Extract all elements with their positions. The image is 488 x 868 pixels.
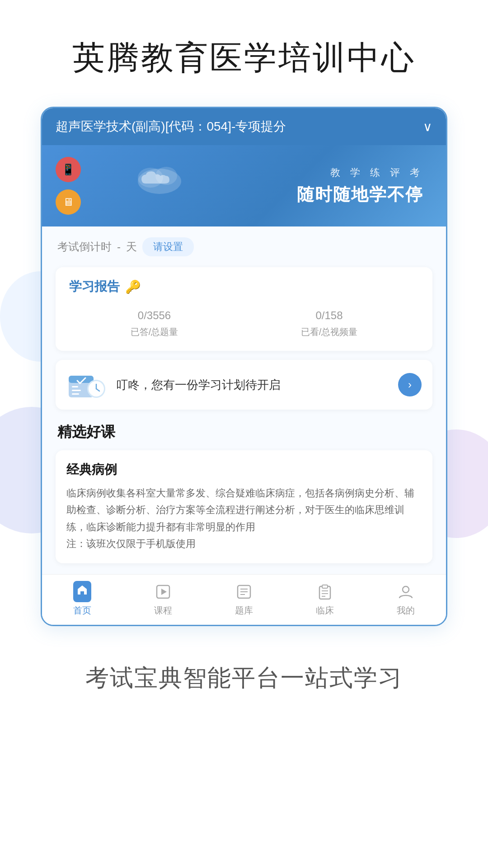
- answered-stat: 0/3556 已答/总题量: [131, 304, 178, 338]
- play-icon: [153, 582, 173, 602]
- key-icon: 🔑: [125, 279, 141, 294]
- banner-title: 随时随地学不停: [297, 183, 423, 206]
- nav-item-clinical[interactable]: 临床: [298, 582, 352, 617]
- course-card[interactable]: 经典病例 临床病例收集各科室大量常多发、综合疑难临床病症，包括各病例病史分析、辅…: [56, 450, 432, 563]
- watched-label: 已看/总视频量: [301, 326, 358, 338]
- report-stats: 0/3556 已答/总题量 0/158 已看/总视频量: [69, 304, 419, 338]
- course-card-title: 经典病例: [66, 461, 422, 478]
- plan-illustration: [66, 369, 107, 401]
- report-title: 学习报告: [69, 278, 120, 295]
- clipboard-icon: [315, 582, 335, 602]
- svg-point-23: [403, 586, 409, 593]
- phone-card: 超声医学技术(副高)[代码：054]-专项提分 ∨ 📱 🖥: [41, 107, 447, 626]
- course-title: 超声医学技术(副高)[代码：054]-专项提分: [56, 118, 418, 135]
- chevron-down-icon[interactable]: ∨: [423, 119, 432, 134]
- course-card-desc: 临床病例收集各科室大量常多发、综合疑难临床病症，包括各病例病史分析、辅助检查、诊…: [66, 485, 422, 552]
- nav-item-mine[interactable]: 我的: [379, 582, 433, 617]
- plan-arrow-button[interactable]: ›: [398, 373, 422, 396]
- banner-icon-monitor: 🖥: [56, 189, 81, 215]
- banner-text: 教 学 练 评 考 随时随地学不停: [297, 166, 423, 206]
- set-countdown-button[interactable]: 请设置: [142, 237, 194, 256]
- plan-card[interactable]: 叮咚，您有一份学习计划待开启 ›: [56, 360, 432, 410]
- answered-label: 已答/总题量: [131, 326, 178, 338]
- bottom-nav: 首页 课程: [42, 574, 446, 625]
- banner: 📱 🖥 教 学 练 评 考 随时随地学不停: [42, 145, 446, 226]
- svg-rect-5: [72, 386, 78, 387]
- svg-rect-7: [72, 393, 79, 395]
- report-header: 学习报告 🔑: [69, 278, 419, 295]
- countdown-row: 考试倒计时 - 天 请设置: [56, 237, 432, 256]
- question-bank-icon: [234, 582, 254, 602]
- main-title: 英腾教育医学培训中心: [72, 36, 416, 80]
- nav-label-mine: 我的: [397, 604, 415, 617]
- answered-count: 0/3556: [131, 304, 178, 323]
- courses-section-title: 精选好课: [56, 422, 432, 442]
- banner-subtitle: 教 学 练 评 考: [297, 166, 423, 179]
- watched-count: 0/158: [301, 304, 358, 323]
- person-icon: [396, 582, 416, 602]
- banner-cloud-icon: [132, 159, 187, 197]
- nav-item-questions[interactable]: 题库: [217, 582, 271, 617]
- header-bar[interactable]: 超声医学技术(副高)[代码：054]-专项提分 ∨: [42, 108, 446, 145]
- countdown-label: 考试倒计时: [57, 240, 112, 254]
- nav-label-courses: 课程: [154, 604, 172, 617]
- nav-label-questions: 题库: [235, 604, 253, 617]
- bottom-subtitle: 考试宝典智能平台一站式学习: [85, 662, 403, 694]
- svg-rect-6: [72, 390, 81, 391]
- content-area: 考试倒计时 - 天 请设置 学习报告 🔑 0/3556 已答/总题量: [42, 226, 446, 574]
- banner-icon-phone: 📱: [56, 157, 81, 182]
- nav-item-courses[interactable]: 课程: [136, 582, 190, 617]
- report-card: 学习报告 🔑 0/3556 已答/总题量 0/158 已看/总视频量: [56, 267, 432, 351]
- countdown-unit: 天: [126, 240, 137, 254]
- plan-text: 叮咚，您有一份学习计划待开启: [116, 377, 389, 393]
- countdown-dash: -: [117, 241, 121, 253]
- watched-stat: 0/158 已看/总视频量: [301, 304, 358, 338]
- nav-item-home[interactable]: 首页: [55, 582, 109, 617]
- home-icon: [72, 582, 92, 602]
- svg-marker-13: [161, 589, 167, 595]
- banner-icons: 📱 🖥: [56, 157, 81, 215]
- svg-rect-19: [322, 585, 328, 588]
- nav-label-home: 首页: [73, 604, 91, 617]
- nav-label-clinical: 临床: [316, 604, 334, 617]
